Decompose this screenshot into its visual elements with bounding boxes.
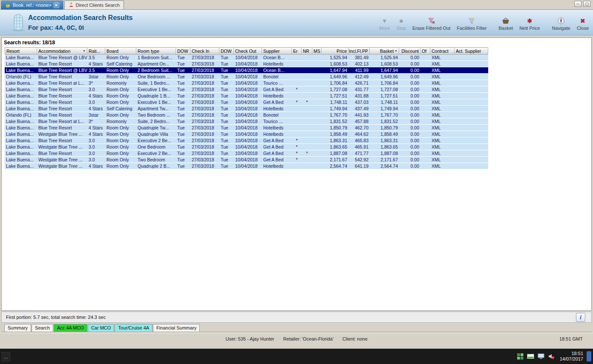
table-cell: Ocean B... xyxy=(262,54,292,60)
table-cell xyxy=(292,131,302,137)
table-cell: Tue xyxy=(219,80,234,86)
table-cell: 1 Bedroom Suit... xyxy=(136,54,176,60)
column-header-ms[interactable]: MS xyxy=(312,47,322,54)
table-cell: 10/04/2018 xyxy=(234,125,262,131)
table-row[interactable]: Lake Buena...Blue Tree Resort3.0Room Onl… xyxy=(5,86,488,92)
page-title: Accommodation Search Results xyxy=(28,14,132,22)
erase-filtered-out-button[interactable]: Erase Filtered Out xyxy=(412,16,450,31)
tray-display-icon[interactable] xyxy=(538,353,544,359)
minimize-button[interactable]: ─ xyxy=(574,1,581,7)
table-cell: 1,887.08 xyxy=(370,150,399,156)
info-button[interactable]: i xyxy=(576,313,585,322)
table-row[interactable]: Lake Buena...Westgate Blue Tree ...3.0Ro… xyxy=(5,157,488,163)
column-header-dow[interactable]: DOW xyxy=(176,47,190,54)
table-cell xyxy=(420,163,430,169)
column-header-contract[interactable]: Contract xyxy=(430,47,455,54)
table-cell: Blue Tree Resort xyxy=(37,112,87,118)
column-header-discount[interactable]: Discount xyxy=(399,47,420,54)
tab-close-icon[interactable]: ✕ xyxy=(54,3,59,8)
taskbar-clock[interactable]: 18:51 14/07/2017 xyxy=(560,351,583,362)
table-cell xyxy=(420,138,430,143)
column-header-er[interactable]: Er xyxy=(292,47,302,54)
tab-direct-clients-search[interactable]: Direct Clients Search xyxy=(64,0,124,9)
table-row[interactable]: Lake Buena...Westgate Blue Tree ...4 Sta… xyxy=(5,131,488,137)
column-header-nr[interactable]: NR xyxy=(302,47,312,54)
table-cell: 381.49 xyxy=(348,54,370,60)
table-cell xyxy=(302,118,312,124)
table-row[interactable]: Lake Buena...Blue Tree Resort3.0Room Onl… xyxy=(5,99,488,105)
table-cell: XML xyxy=(430,61,455,67)
taskbar-overflow-button[interactable]: ... xyxy=(2,352,10,361)
table-cell: Tue xyxy=(219,163,234,169)
close-button[interactable]: ✖ Close xyxy=(577,16,589,31)
table-cell: Apartment Tw... xyxy=(136,106,176,112)
show-desktop-button[interactable] xyxy=(587,351,591,361)
table-cell: 1,858.49 xyxy=(370,131,399,137)
table-row[interactable]: Lake Buena...Blue Tree Resort4 StarsRoom… xyxy=(5,125,488,131)
column-header-dow[interactable]: DOW xyxy=(219,47,234,54)
column-header-act-supplier[interactable]: Act. Supplier xyxy=(455,47,488,54)
table-row[interactable]: Lake Buena...Blue Tree Resort3.0Room Onl… xyxy=(5,150,488,156)
column-header-accommodation[interactable]: Accommodation▼ xyxy=(37,47,87,54)
table-cell: Executive 2 Be... xyxy=(136,138,176,143)
column-header-check-in[interactable]: Check In xyxy=(190,47,219,54)
table-cell: * xyxy=(302,150,312,156)
table-cell: * xyxy=(292,99,302,105)
tray-volume-icon[interactable] xyxy=(548,353,555,359)
tab-summary[interactable]: Summary xyxy=(4,324,31,332)
tab-booking-ref[interactable]: Book. ref.: <none> ✕ xyxy=(1,0,63,9)
table-row[interactable]: Lake Buena...Westgate Blue Tree ...4 Sta… xyxy=(5,163,488,169)
document-tab-bar: Book. ref.: <none> ✕ Direct Clients Sear… xyxy=(0,0,593,10)
column-header-price[interactable]: Price xyxy=(322,47,348,54)
table-row[interactable]: Lake Buena...Blue Tree Resort @ LBV3.5Ro… xyxy=(5,67,488,73)
nett-price-button[interactable]: ✱ Nett Price xyxy=(519,16,540,31)
table-cell: 10/04/2018 xyxy=(234,118,262,124)
table-cell xyxy=(302,144,312,150)
table-cell: 10/04/2018 xyxy=(234,106,262,112)
column-header-room-type[interactable]: Room type xyxy=(136,47,176,54)
stop-button[interactable]: ■ Stop xyxy=(396,16,406,31)
tab-car-mco[interactable]: Car MCO xyxy=(88,324,114,332)
table-row[interactable]: Lake Buena...Blue Tree Resort @ LBV3.5Ro… xyxy=(5,54,488,60)
tray-grid-icon[interactable] xyxy=(517,353,524,360)
table-cell: 0.00 xyxy=(399,144,420,150)
sort-icon[interactable]: ▼ xyxy=(394,49,397,52)
column-header-of[interactable]: Of xyxy=(420,47,430,54)
table-cell: Lake Buena... xyxy=(5,80,37,86)
table-row[interactable]: Lake Buena...Westgate Blue Tree ...3.0Ro… xyxy=(5,144,488,150)
table-row[interactable]: Lake Buena...Blue Tree Resort at L...3*R… xyxy=(5,118,488,124)
table-cell xyxy=(420,157,430,163)
column-header-check-out[interactable]: Check Out xyxy=(234,47,262,54)
table-row[interactable]: Orlando (FL)Blue Tree Resort3starRoom On… xyxy=(5,74,488,80)
column-header-incl-fl-pp[interactable]: Incl.Fl.PP xyxy=(348,47,370,54)
table-row[interactable]: Lake Buena...Blue Tree Resort4 StarsRoom… xyxy=(5,93,488,99)
tab-acc-4a-mco[interactable]: Acc 4A MCO xyxy=(54,324,87,332)
tab-financial-summary[interactable]: Financial Summary xyxy=(153,324,200,332)
table-row[interactable]: Lake Buena...Blue Tree Resort3.0Room Onl… xyxy=(5,138,488,143)
column-header-board[interactable]: Board xyxy=(105,47,136,54)
tray-card-icon[interactable] xyxy=(527,354,534,359)
table-cell: Tue xyxy=(219,157,234,163)
tab-tour-cruise-4a[interactable]: Tour/Cruise 4A xyxy=(115,324,153,332)
column-header-resort[interactable]: Resort xyxy=(5,47,37,54)
header-toolbar: ▼ More ■ Stop Erase Filtered Out Facilit… xyxy=(373,16,589,31)
facilities-filter-button[interactable]: Facilities Filter xyxy=(457,16,486,31)
tab-search[interactable]: Search xyxy=(32,324,53,332)
navigate-button[interactable]: Navigate xyxy=(552,16,570,31)
table-row[interactable]: Lake Buena...Blue Tree Resort4 StarsSelf… xyxy=(5,106,488,112)
table-row[interactable]: Orlando (FL)Blue Tree Resort3starRoom On… xyxy=(5,112,488,118)
more-icon: ▼ xyxy=(382,16,388,25)
table-row[interactable]: Lake Buena...Blue Tree Resort at L...3*R… xyxy=(5,80,488,86)
filter-icon[interactable]: ▼ xyxy=(83,49,86,52)
table-cell: Room Only xyxy=(105,144,136,150)
table-cell: Hotelbeds xyxy=(262,131,292,137)
table-row[interactable]: Lake Buena...Blue Tree Resort4 StarsSelf… xyxy=(5,61,488,67)
more-button[interactable]: ▼ More xyxy=(379,16,390,31)
basket-button[interactable]: Basket xyxy=(499,16,513,31)
column-header-supplier[interactable]: Supplier xyxy=(262,47,292,54)
column-header-basket[interactable]: Basket▼ xyxy=(370,47,399,54)
table-cell: 0.00 xyxy=(399,112,420,118)
column-header-rati[interactable]: Rati... xyxy=(87,47,105,54)
building-icon xyxy=(11,13,26,34)
maximize-button[interactable]: ▢ xyxy=(583,1,590,7)
